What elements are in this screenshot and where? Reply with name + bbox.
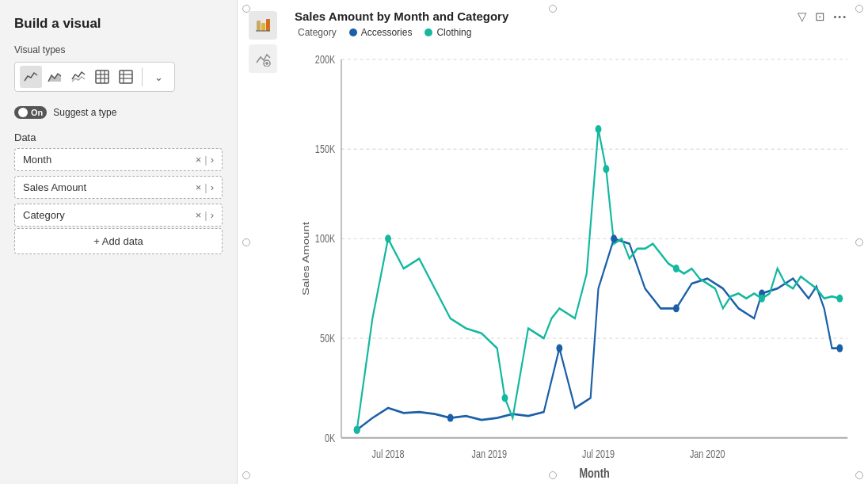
data-field-category-actions: × | › [196, 209, 214, 221]
expand-icon[interactable]: ⊡ [815, 10, 825, 24]
data-field-month: Month × | › [14, 148, 223, 171]
data-field-category-clear[interactable]: × [196, 209, 202, 221]
handle-bottom-middle[interactable] [549, 471, 557, 479]
vt-divider [142, 67, 143, 86]
clo-dot-1 [354, 426, 360, 434]
clo-dot-6 [673, 265, 680, 272]
clo-dot-8 [836, 295, 843, 303]
handle-middle-right[interactable] [855, 238, 863, 246]
toggle-on-label: On [31, 108, 43, 117]
add-data-button[interactable]: + Add data [14, 228, 223, 254]
build-visual-panel: Build a visual Visual types [0, 0, 238, 484]
chart-title: Sales Amount by Month and Category [295, 10, 508, 23]
svg-text:Jul 2018: Jul 2018 [372, 448, 405, 461]
chart-type-bar-button[interactable] [249, 11, 277, 40]
vt-line-chart-icon[interactable] [20, 66, 42, 88]
data-field-sales-clear[interactable]: × [196, 181, 202, 193]
acc-dot-4 [611, 234, 617, 242]
vt-table-icon[interactable] [91, 66, 113, 88]
visual-types-section: Visual types [14, 44, 223, 92]
data-field-category-label: Category [23, 209, 65, 221]
svg-rect-10 [257, 21, 261, 31]
svg-rect-1 [96, 71, 108, 83]
chart-area: Sales Amount by Month and Category ▽ ⊡ •… [238, 0, 868, 484]
legend-dot-accessories [349, 29, 357, 36]
data-field-sales-expand[interactable]: › [211, 181, 214, 193]
legend-item-clothing: Clothing [424, 27, 471, 38]
suggest-toggle[interactable]: On [14, 106, 47, 119]
acc-dot-7 [836, 345, 843, 353]
chart-type-add-button[interactable] [249, 44, 277, 73]
vt-more-button[interactable]: ⌄ [147, 66, 169, 88]
clo-dot-5 [603, 165, 609, 173]
line-chart-svg: Sales Amount 200K 150K 100K 50K 0K Jul 2… [295, 40, 855, 478]
sep2: | [204, 181, 207, 193]
data-field-month-clear[interactable]: × [196, 154, 202, 166]
acc-dot-3 [556, 345, 562, 353]
data-fields-container: Month × | › Sales Amount × | › Category … [14, 148, 223, 227]
chart-toolbar: ▽ ⊡ ••• [798, 10, 847, 24]
visual-types-label: Visual types [14, 44, 223, 55]
data-field-sales-actions: × | › [196, 181, 214, 193]
panel-title: Build a visual [14, 16, 223, 32]
sep1: | [204, 154, 207, 166]
sep3: | [204, 209, 207, 221]
svg-text:50K: 50K [320, 333, 336, 345]
svg-text:100K: 100K [315, 233, 336, 246]
handle-top-middle[interactable] [549, 5, 557, 13]
svg-text:200K: 200K [315, 54, 336, 67]
data-field-month-actions: × | › [196, 154, 214, 166]
svg-text:Month: Month [579, 467, 609, 478]
acc-dot-5 [673, 304, 680, 312]
handle-top-left[interactable] [242, 5, 250, 13]
vt-matrix-icon[interactable] [115, 66, 137, 88]
svg-text:150K: 150K [315, 143, 336, 156]
handle-bottom-left[interactable] [242, 471, 250, 479]
acc-dot-2 [447, 414, 454, 422]
svg-text:Jan 2019: Jan 2019 [472, 448, 508, 461]
clo-dot-4 [596, 125, 602, 133]
clo-dot-3 [502, 394, 508, 402]
handle-middle-left[interactable] [242, 238, 250, 246]
svg-rect-6 [120, 71, 132, 83]
legend-text-clothing: Clothing [436, 27, 471, 38]
toggle-circle [18, 108, 28, 117]
data-field-sales: Sales Amount × | › [14, 176, 223, 199]
legend-dot-clothing [424, 29, 432, 36]
handle-bottom-right[interactable] [855, 471, 863, 479]
svg-text:0K: 0K [325, 433, 336, 445]
data-field-sales-label: Sales Amount [23, 181, 86, 193]
data-field-category: Category × | › [14, 204, 223, 227]
svg-text:Jul 2019: Jul 2019 [582, 448, 615, 461]
data-section: Data Month × | › Sales Amount × | › Cate [14, 131, 223, 254]
svg-rect-12 [266, 19, 270, 31]
accessories-line [357, 238, 840, 429]
vt-multiline-chart-icon[interactable] [67, 66, 89, 88]
data-field-month-expand[interactable]: › [211, 154, 214, 166]
more-options-icon[interactable]: ••• [833, 12, 847, 21]
clo-dot-2 [385, 234, 391, 242]
data-field-month-label: Month [23, 154, 51, 166]
y-axis-label: Sales Amount [300, 222, 310, 295]
chart-body: Sales Amount 200K 150K 100K 50K 0K Jul 2… [247, 40, 855, 478]
legend-row: Category Accessories Clothing [247, 27, 855, 38]
suggest-text: Suggest a type [53, 107, 116, 118]
legend-item-accessories: Accessories [349, 27, 413, 38]
filter-icon[interactable]: ▽ [798, 10, 807, 24]
clo-dot-7 [759, 295, 765, 303]
legend-label: Category [298, 27, 337, 38]
clothing-line [357, 129, 840, 430]
visual-types-row: ⌄ [14, 62, 175, 92]
legend-text-accessories: Accessories [361, 27, 413, 38]
svg-rect-11 [261, 23, 265, 31]
vt-area-chart-icon[interactable] [44, 66, 66, 88]
suggest-type-row: On Suggest a type [14, 106, 223, 119]
handle-top-right[interactable] [855, 5, 863, 13]
data-section-label: Data [14, 131, 223, 143]
svg-text:Jan 2020: Jan 2020 [690, 448, 725, 461]
data-field-category-expand[interactable]: › [211, 209, 214, 221]
